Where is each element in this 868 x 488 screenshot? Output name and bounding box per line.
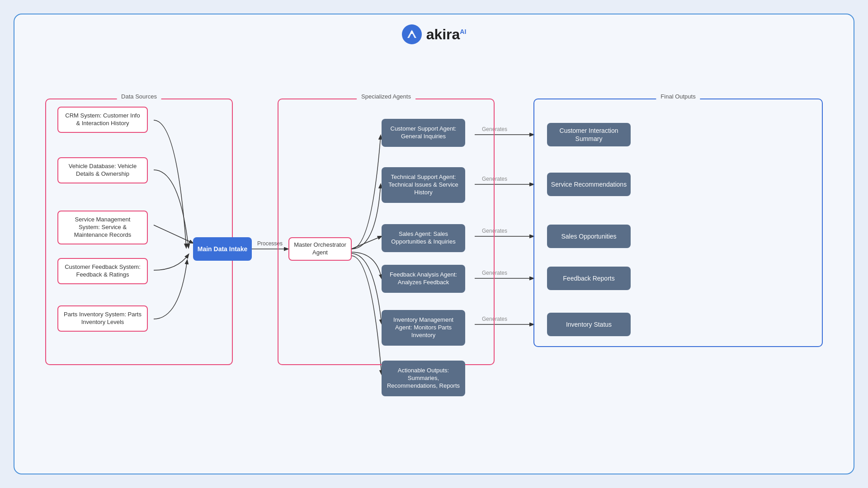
agent3-node: Sales Agent: Sales Opportunities & Inqui… bbox=[382, 224, 465, 252]
main-intake-node: Main Data Intake bbox=[193, 237, 252, 261]
ds3-node: Service Management System: Service & Mai… bbox=[57, 211, 148, 244]
agent5-node: Inventory Management Agent: Monitors Par… bbox=[382, 310, 465, 346]
svg-point-2 bbox=[410, 31, 413, 34]
outer-card: akiraAI bbox=[14, 14, 854, 474]
orchestrator-node: Master Orchestrator Agent bbox=[288, 237, 352, 261]
diagram-area: Generates Generates Generates Generates … bbox=[14, 49, 854, 474]
header: akiraAI bbox=[402, 24, 467, 44]
logo-icon bbox=[402, 24, 422, 44]
output2-node: Service Recommendations bbox=[547, 173, 631, 196]
ds5-node: Parts Inventory System: Parts Inventory … bbox=[57, 305, 148, 332]
ds2-node: Vehicle Database: Vehicle Details & Owne… bbox=[57, 157, 148, 183]
ds1-node: CRM System: Customer Info & Interaction … bbox=[57, 107, 148, 133]
agent1-node: Customer Support Agent: General Inquirie… bbox=[382, 119, 465, 147]
output1-node: Customer Interaction Summary bbox=[547, 123, 631, 146]
specialized-agents-label: Specialized Agents bbox=[357, 93, 415, 100]
brand-label: akiraAI bbox=[426, 26, 467, 43]
data-sources-label: Data Sources bbox=[117, 93, 161, 100]
ds4-node: Customer Feedback System: Feedback & Rat… bbox=[57, 258, 148, 284]
agent4-node: Feedback Analysis Agent: Analyzes Feedba… bbox=[382, 265, 465, 293]
actionable-node: Actionable Outputs: Summaries, Recommend… bbox=[382, 361, 465, 396]
output5-node: Inventory Status bbox=[547, 313, 631, 336]
final-outputs-label: Final Outputs bbox=[656, 93, 700, 100]
output3-node: Sales Opportunities bbox=[547, 225, 631, 248]
agent2-node: Technical Support Agent: Technical Issue… bbox=[382, 167, 465, 203]
output4-node: Feedback Reports bbox=[547, 267, 631, 290]
